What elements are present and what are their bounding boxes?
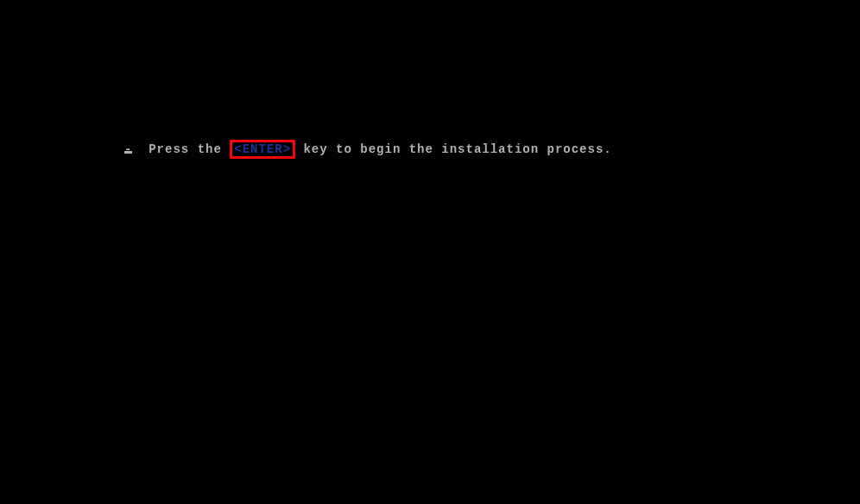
enter-key-highlight[interactable]: <ENTER> [230, 140, 295, 159]
text-after: key to begin the installation process. [303, 142, 611, 156]
installation-prompt: - Press the <ENTER> key to begin the ins… [124, 114, 612, 171]
prompt-line: - Press the <ENTER> key to begin the ins… [124, 142, 612, 157]
text-before [132, 142, 149, 156]
cursor-icon [124, 151, 132, 154]
text-before-content: Press the [149, 142, 222, 156]
bullet: - [124, 142, 132, 156]
enter-key-label: <ENTER> [234, 142, 291, 156]
